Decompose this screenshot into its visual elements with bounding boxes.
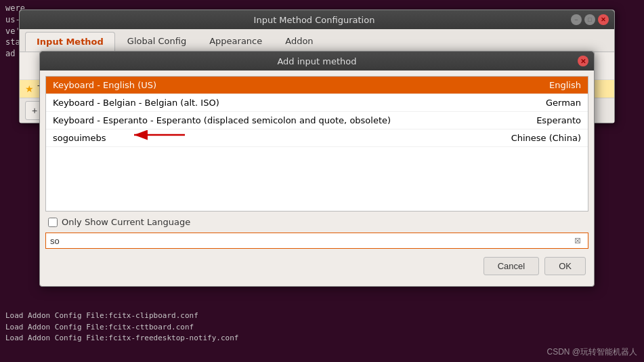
item-name: sogouimebs — [53, 133, 106, 143]
input-method-list[interactable]: Keyboard - English (US) English Keyboard… — [45, 76, 588, 212]
item-lang: Chinese (China) — [511, 133, 581, 143]
list-item[interactable]: sogouimebs Chinese (China) — [46, 129, 588, 147]
minimize-button[interactable]: − — [571, 14, 582, 25]
item-lang: Esperanto — [536, 115, 581, 125]
dialog-buttons: Cancel OK — [45, 254, 588, 281]
checkbox-row: Only Show Current Language — [45, 212, 588, 233]
title-bar: Input Method Configuration − □ ✕ — [20, 10, 614, 29]
ok-button[interactable]: OK — [544, 257, 586, 275]
terminal-load-2: Load Addon Config File:fcitx-cttboard.co… — [5, 322, 639, 334]
tab-global-config[interactable]: Global Config — [116, 32, 197, 52]
main-content: Add input method ✕ Keyboard - English (U… — [20, 52, 614, 79]
add-input-method-dialog: Add input method ✕ Keyboard - English (U… — [39, 51, 595, 287]
csdn-watermark: CSDN @玩转智能机器人 — [546, 346, 637, 358]
checkbox-label: Only Show Current Language — [62, 217, 190, 227]
main-window: Input Method Configuration − □ ✕ Input M… — [19, 9, 615, 123]
search-row: ⊠ — [45, 233, 588, 249]
dialog-title-bar: Add input method ✕ — [40, 52, 594, 71]
item-name: Keyboard - Esperanto - Esperanto (displa… — [53, 115, 391, 125]
tab-addon[interactable]: Addon — [274, 32, 324, 52]
dialog-title: Add input method — [56, 56, 578, 66]
search-clear-button[interactable]: ⊠ — [572, 235, 584, 247]
item-name: Keyboard - Belgian - Belgian (alt. ISO) — [53, 98, 219, 108]
maximize-button[interactable]: □ — [584, 14, 595, 25]
terminal-load-1: Load Addon Config File:fcitx-clipboard.c… — [5, 310, 639, 322]
dialog-content: Keyboard - English (US) English Keyboard… — [40, 71, 594, 286]
item-lang: English — [549, 80, 581, 90]
list-item[interactable]: Keyboard - English (US) English — [46, 77, 588, 94]
list-item[interactable]: Keyboard - Esperanto - Esperanto (displa… — [46, 112, 588, 129]
window-controls: − □ ✕ — [571, 14, 609, 25]
tab-input-method[interactable]: Input Method — [25, 32, 115, 52]
close-button[interactable]: ✕ — [598, 14, 609, 25]
only-show-current-language-checkbox[interactable] — [48, 218, 58, 227]
dialog-close-button[interactable]: ✕ — [578, 56, 588, 66]
dialog-overlay: Add input method ✕ Keyboard - English (U… — [20, 51, 614, 287]
search-input[interactable] — [50, 236, 572, 246]
tab-bar: Input Method Global Config Appearance Ad… — [20, 29, 614, 52]
terminal-load-3: Load Addon Config File:fcitx-freedesktop… — [5, 333, 639, 344]
item-lang: German — [546, 98, 581, 108]
tab-appearance[interactable]: Appearance — [198, 32, 273, 52]
list-item[interactable]: Keyboard - Belgian - Belgian (alt. ISO) … — [46, 94, 588, 112]
item-name: Keyboard - English (US) — [53, 80, 156, 90]
cancel-button[interactable]: Cancel — [484, 257, 539, 275]
window-title: Input Method Configuration — [58, 15, 571, 25]
